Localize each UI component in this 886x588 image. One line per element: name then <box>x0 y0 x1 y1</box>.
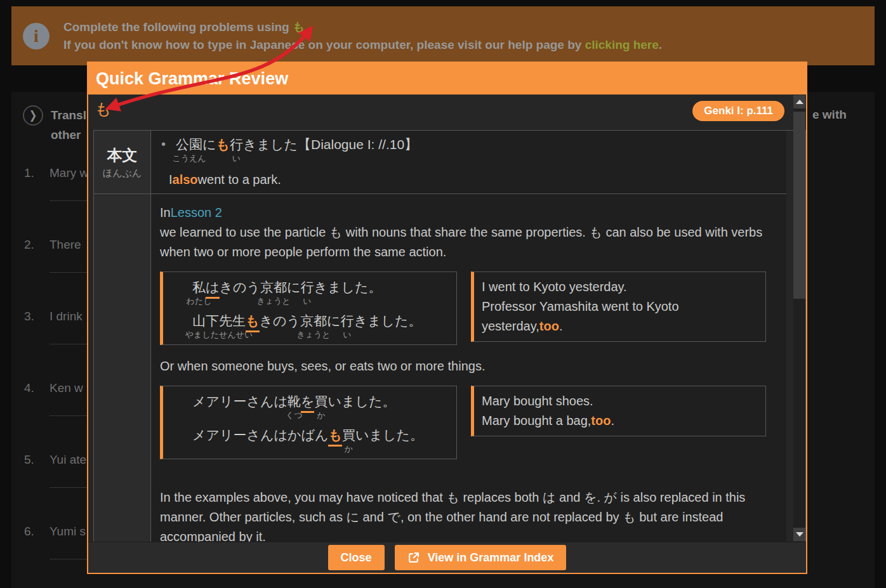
honbun-label: 本文 <box>107 145 138 166</box>
lesson-2-link[interactable]: Lesson 2 <box>171 203 222 223</box>
text-segment: きました。 <box>354 312 421 330</box>
chevron-right-icon: ❯ <box>23 105 43 126</box>
example-box-en-1: I went to Kyoto yesterday.Professor Yama… <box>471 271 766 342</box>
furigana: きょうと <box>296 330 330 339</box>
text-segment: 靴くつ <box>288 393 301 410</box>
quick-grammar-review-modal: Quick Grammar Review も Genki I: p.111 本文… <box>87 62 807 574</box>
highlighted-particle: too <box>591 411 611 431</box>
triangle-up-icon <box>796 100 803 104</box>
text-segment: に <box>327 312 341 330</box>
heading-fragment-right: e with <box>812 108 847 122</box>
empty-label-cell <box>94 194 151 542</box>
text-segment: きのう <box>220 278 260 296</box>
scroll-down-button[interactable] <box>793 528 805 541</box>
english-sentence: yesterday, too. <box>482 317 758 336</box>
example-box-jp-2: メアリーさんは 靴くつ を買かいました。メアリーさんはかばんも買かいました。 <box>160 386 457 459</box>
intro-paragraph: In Lesson 2 we learned to use the partic… <box>160 203 777 262</box>
close-button[interactable]: Close <box>328 545 385 570</box>
modal-body: も Genki I: p.111 本文 ほんぶん • 公園こうえん にも行いきま… <box>88 95 806 542</box>
text-segment: Mary bought shoes. <box>482 391 593 411</box>
furigana: い <box>232 154 241 162</box>
problem-number: 1. <box>24 166 41 180</box>
banner-line-1: Complete the following problems using も. <box>63 18 662 36</box>
problem-number: 3. <box>24 310 41 323</box>
japanese-sentence: メアリーさんは 靴くつ を買かいました。 <box>192 393 449 413</box>
problem-text-fragment: Yui ate <box>50 453 86 466</box>
text-segment: . <box>559 317 563 336</box>
text-segment: I went to Kyoto yesterday. <box>482 277 627 297</box>
exercise-heading: ❯ Transl other <box>23 105 86 145</box>
genki-page-badge: Genki I: p.111 <box>692 101 784 121</box>
problem-item-1: 1.Mary w <box>24 166 88 180</box>
problem-number: 5. <box>24 453 41 467</box>
scroll-up-button[interactable] <box>793 95 805 108</box>
paragraph-3: In the examples above, you may have noti… <box>160 488 777 542</box>
text-segment: 行い <box>230 136 243 154</box>
text-segment: Mary bought a bag, <box>482 411 591 431</box>
text-segment: 買か <box>342 426 355 444</box>
triangle-down-icon <box>796 532 803 537</box>
furigana: くつ <box>286 411 303 419</box>
view-in-grammar-index-button[interactable]: View in Grammar Index <box>395 545 567 570</box>
problem-item-6: 6.Yumi s <box>24 525 86 539</box>
text-segment: を <box>301 393 315 413</box>
heading-fragment-1: Transl <box>51 105 86 125</box>
example-box-en-2: Mary bought shoes.Mary bought a bag, too… <box>471 386 766 436</box>
furigana: か <box>317 411 325 419</box>
text-segment: メアリーさんは <box>192 393 288 410</box>
japanese-sentence: メアリーさんはかばんも買かいました。 <box>192 426 449 447</box>
problem-item-5: 5.Yui ate <box>24 453 86 467</box>
banner-text: Complete the following problems using も.… <box>63 18 662 54</box>
problem-text-fragment: Yumi s <box>50 525 86 538</box>
scrollbar-thumb[interactable] <box>793 112 805 299</box>
modal-scrollbar[interactable] <box>793 95 805 541</box>
furigana: きょうと <box>256 297 290 305</box>
text-segment: . <box>611 411 614 431</box>
text-segment: 【Dialogue I: //.10】 <box>298 136 418 154</box>
help-link[interactable]: clicking here <box>585 38 659 51</box>
example-sentence-jp: • 公園こうえん にも行いきました 【Dialogue I: //.10】 <box>160 136 786 154</box>
external-link-icon <box>407 551 420 564</box>
english-sentence: I went to Kyoto yesterday. <box>482 277 758 297</box>
highlighted-particle: も <box>216 136 230 154</box>
paragraph-2: Or when someone buys, sees, or eats two … <box>160 356 777 376</box>
grammar-particle: も <box>95 98 112 121</box>
info-icon: i <box>23 23 50 49</box>
text-segment: いました。 <box>327 393 395 410</box>
screen: i Complete the following problems using … <box>0 0 886 588</box>
explanation-cell: In Lesson 2 we learned to use the partic… <box>151 194 786 542</box>
text-segment: メアリーさんはかばん <box>192 426 328 444</box>
info-banner: i Complete the following problems using … <box>11 6 875 65</box>
example-sentence-en: I also went to a park. <box>169 170 786 190</box>
modal-title: Quick Grammar Review <box>96 69 288 89</box>
text-segment: we learned to use the particle も with no… <box>160 223 777 262</box>
highlighted-particle: も <box>328 426 342 447</box>
english-sentence: Mary bought shoes. <box>482 391 758 411</box>
text-segment: きました。 <box>314 278 381 296</box>
highlighted-particle: too <box>539 317 559 336</box>
furigana: やましたせんせい <box>185 330 253 339</box>
text-segment: に <box>202 136 216 154</box>
text-segment: went to a park. <box>198 170 281 190</box>
text-segment: きました <box>243 136 298 154</box>
text-segment: いました。 <box>355 426 423 444</box>
problem-item-3: 3.I drink <box>24 310 83 323</box>
english-sentence: Professor Yamashita went to Kyoto <box>482 297 758 317</box>
banner-particle: も <box>293 20 305 34</box>
problem-item-2: 2.There <box>24 238 81 252</box>
japanese-sentence: 私わたし はきのう 京都きょうと に行いきました。 <box>192 278 449 299</box>
honbun-reading: ほんぶん <box>103 167 142 180</box>
highlighted-particle: also <box>173 170 198 190</box>
text-segment: に <box>287 278 301 296</box>
honbun-label-cell: 本文 ほんぶん <box>94 131 151 194</box>
problem-number: 4. <box>24 381 41 395</box>
example-pair-2: メアリーさんは 靴くつ を買かいました。メアリーさんはかばんも買かいました。 M… <box>160 386 777 459</box>
grammar-table: 本文 ほんぶん • 公園こうえん にも行いきました 【Dialogue I: /… <box>93 130 806 542</box>
problem-number: 6. <box>24 525 41 539</box>
banner-line-2: If you don't know how to type in Japanes… <box>63 36 662 54</box>
text-segment: 買か <box>314 393 327 410</box>
problem-text-fragment: Ken w <box>50 381 83 395</box>
text-segment: 山下先生やましたせんせい <box>192 312 246 330</box>
furigana: こうえん <box>172 154 206 162</box>
text-segment: きのう <box>260 312 300 330</box>
